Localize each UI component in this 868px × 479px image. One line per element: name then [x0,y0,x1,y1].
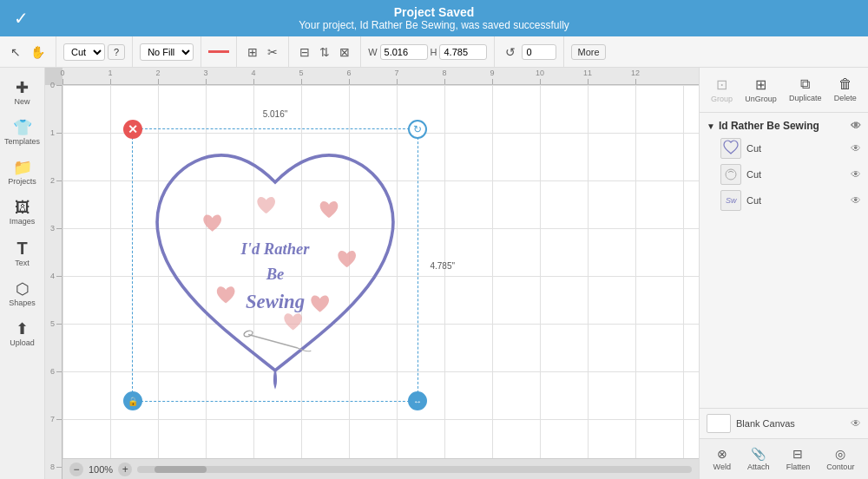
sidebar-item-shapes[interactable]: ⬡ Shapes [3,276,42,312]
distribute-btn[interactable]: ⊠ [336,43,353,61]
resize-handle-bottom-left[interactable]: 🔒 [123,391,142,410]
attach-btn[interactable]: 📎 Attach [744,444,773,474]
flatten-btn[interactable]: ⊟ Flatten [783,444,814,474]
sidebar-item-text[interactable]: T Text [3,234,42,272]
layer-2-eye-icon[interactable]: 👁 [851,168,861,180]
toolbar-more-group: More [571,44,605,60]
mirror-btn[interactable]: ✂ [264,43,281,61]
delete-btn[interactable]: 🗑 Delete [829,73,862,107]
rotate-input[interactable] [522,44,556,60]
attach-label: Attach [747,463,770,471]
notification-subtitle: Your project, Id Rather Be Sewing, was s… [299,19,569,31]
templates-icon: 👕 [13,120,32,135]
sidebar-templates-label: Templates [4,137,40,146]
arrange-btn[interactable]: ⊞ [244,43,261,61]
pointer-tool-btn[interactable]: ✋ [27,43,49,61]
zoom-in-btn[interactable]: + [118,463,132,476]
heart-design-svg: I'd Rather Be Sewing [141,137,410,393]
cut-select[interactable]: Cut [63,43,105,61]
question-btn[interactable]: ? [108,44,125,60]
projects-icon: 📁 [13,160,32,175]
main-layout: ✚ New 👕 Templates 📁 Projects 🖼 Images T … [0,68,868,479]
toolbar-align-group: ⊟ ⇅ ⊠ [296,36,361,67]
check-icon: ✓ [14,8,29,29]
svg-text:Be: Be [266,265,285,283]
toolbar-cut-group: Cut ? [63,36,133,67]
sidebar-item-images[interactable]: 🖼 Images [3,194,42,231]
select-tool-btn[interactable]: ↖ [7,43,24,61]
shapes-icon: ⬡ [16,281,30,297]
ungroup-btn[interactable]: ⊞ UnGroup [740,73,782,107]
svg-text:I'd Rather: I'd Rather [240,240,311,258]
width-label: W [368,47,377,57]
group-label: Group [711,95,733,103]
width-input[interactable] [380,44,428,60]
canvas-eye-icon[interactable]: 👁 [851,417,861,430]
canvas-white[interactable]: ✕ ↻ 🔒 ↔ 5.016" 4.785" [62,85,699,458]
sidebar-item-new[interactable]: ✚ New [3,75,42,111]
scroll-thumb[interactable] [155,466,207,473]
contour-btn[interactable]: ◎ Contour [823,444,858,474]
canvas-swatch[interactable] [707,414,731,433]
ungroup-icon: ⊞ [755,76,766,93]
zoom-out-btn[interactable]: − [69,463,83,476]
rotate-left-btn[interactable]: ↺ [502,43,519,61]
duplicate-label: Duplicate [789,94,822,102]
line-style-indicator [208,50,229,53]
layer-item-3[interactable]: Sw Cut 👁 [700,187,868,213]
layer-item-1[interactable]: Cut 👁 [700,135,868,161]
layer-3-label: Cut [746,195,847,206]
group-btn[interactable]: ⊡ Group [706,73,738,107]
duplicate-icon: ⧉ [800,76,810,92]
notification-title: Project Saved [394,5,475,19]
sidebar-upload-label: Upload [10,338,35,347]
right-top-actions: ⊡ Group ⊞ UnGroup ⧉ Duplicate 🗑 Delete [700,68,868,113]
sidebar-item-upload[interactable]: ⬆ Upload [3,316,42,352]
align-btn[interactable]: ⊟ [296,43,313,61]
toolbar-fill-group: No Fill [140,36,201,67]
delete-icon: 🗑 [838,76,852,92]
group-icon: ⊡ [716,76,727,93]
zoom-level: 100% [89,464,113,475]
flip-btn[interactable]: ⇅ [316,43,333,61]
canvas-area[interactable]: 0 1 2 3 4 5 6 7 8 9 10 [45,68,699,479]
contour-icon: ◎ [835,447,845,461]
layer-item-2[interactable]: Cut 👁 [700,161,868,187]
notification-bar: ✓ Project Saved Your project, Id Rather … [0,0,868,36]
ruler-left: 0 1 2 3 4 5 6 7 8 [45,85,62,479]
fill-select[interactable]: No Fill [140,43,194,61]
right-sidebar: ⊡ Group ⊞ UnGroup ⧉ Duplicate 🗑 Delete ▼… [699,68,868,479]
layer-group-header[interactable]: ▼ Id Rather Be Sewing 👁 [700,116,868,135]
layer-1-eye-icon[interactable]: 👁 [851,142,861,154]
left-sidebar: ✚ New 👕 Templates 📁 Projects 🖼 Images T … [0,68,45,479]
height-input[interactable] [439,44,487,60]
layer-group-eye-icon[interactable]: 👁 [851,120,861,132]
layer-thumb-1 [720,138,741,159]
rotate-handle[interactable]: ↻ [408,120,427,139]
toolbar-line-group [208,36,237,67]
design-wrapper[interactable]: ✕ ↻ 🔒 ↔ 5.016" 4.785" [132,128,418,402]
text-icon: T [16,240,27,257]
layer-thumb-3: Sw [720,190,741,211]
sidebar-text-label: Text [15,259,30,267]
svg-text:Sewing: Sewing [246,291,305,312]
toolbar-dims-group: W H [368,36,495,67]
ruler-top: 0 1 2 3 4 5 6 7 8 9 10 [62,68,699,85]
svg-text:Sw: Sw [726,196,737,205]
sidebar-item-projects[interactable]: 📁 Projects [3,154,42,191]
scroll-track[interactable] [137,466,692,473]
upload-icon: ⬆ [16,321,29,337]
ungroup-label: UnGroup [745,95,777,103]
toolbar-tools-group: ↖ ✋ [7,36,56,67]
more-btn[interactable]: More [571,44,605,60]
layer-group-name: Id Rather Be Sewing [719,120,851,132]
resize-handle-bottom-right[interactable]: ↔ [408,391,427,410]
flatten-label: Flatten [786,463,811,471]
close-handle[interactable]: ✕ [123,120,142,139]
weld-btn[interactable]: ⊗ Weld [710,444,734,474]
sidebar-item-templates[interactable]: 👕 Templates [3,115,42,151]
layer-3-eye-icon[interactable]: 👁 [851,194,861,207]
canvas-scroll-bar: − 100% + [62,458,699,479]
duplicate-btn[interactable]: ⧉ Duplicate [784,73,827,107]
svg-line-3 [248,335,298,349]
